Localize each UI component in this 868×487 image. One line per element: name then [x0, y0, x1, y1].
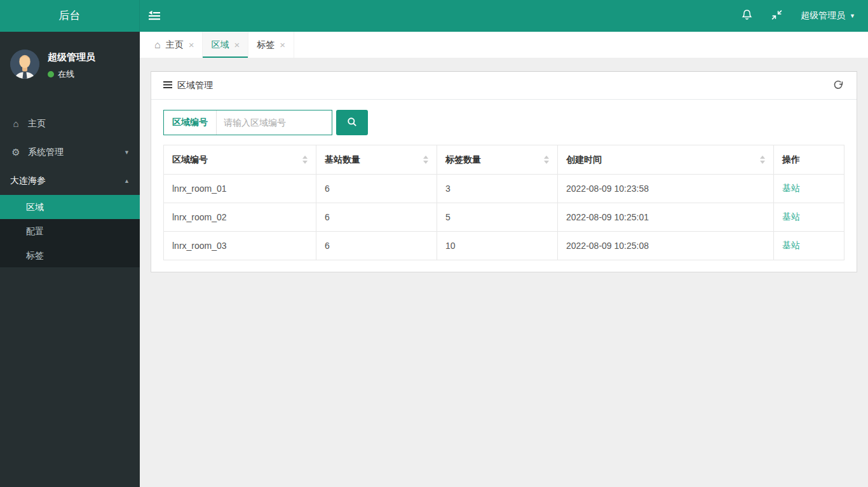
- column-header-base-stations[interactable]: 基站数量: [316, 145, 437, 175]
- panel-header: 区域管理: [151, 72, 857, 100]
- panel-title: 区域管理: [177, 80, 213, 91]
- bell-icon: [741, 9, 753, 23]
- column-header-region-id[interactable]: 区域编号: [164, 145, 316, 175]
- tab-region[interactable]: 区域 ×: [203, 32, 248, 58]
- home-icon: ⌂: [10, 118, 22, 129]
- tab-bar: ⌂ 主页 × 区域 × 标签 ×: [140, 32, 868, 58]
- app-logo: 后台: [0, 0, 140, 32]
- sidebar-item-label: 系统管理: [28, 147, 64, 158]
- close-icon[interactable]: ×: [234, 39, 240, 50]
- base-station-link[interactable]: 基站: [782, 240, 800, 250]
- sidebar-item-config[interactable]: 配置: [0, 219, 140, 243]
- search-field-label: 区域编号: [164, 110, 217, 135]
- close-icon[interactable]: ×: [189, 39, 194, 50]
- search-icon: [347, 117, 357, 129]
- cell-created-at: 2022-08-09 10:25:01: [558, 203, 774, 232]
- sidebar-item-tags[interactable]: 标签: [0, 243, 140, 267]
- user-dropdown-label: 超级管理员: [801, 10, 845, 22]
- region-id-search-input[interactable]: [217, 110, 332, 135]
- sort-icon[interactable]: [302, 156, 308, 164]
- cell-created-at: 2022-08-09 10:25:08: [558, 232, 774, 260]
- main-area: ⌂ 主页 × 区域 × 标签 × 区域管理: [140, 32, 868, 487]
- outdent-menu-icon: [148, 10, 161, 22]
- column-header-created-at[interactable]: 创建时间: [558, 145, 774, 175]
- topbar: 后台: [0, 0, 868, 32]
- sidebar-submenu: 区域 配置 标签: [0, 195, 140, 267]
- tab-label: 主页: [166, 39, 184, 51]
- sidebar-user-panel: 超级管理员 在线: [0, 32, 140, 100]
- sidebar-user-meta: 超级管理员 在线: [48, 50, 95, 100]
- chevron-up-icon: ▲: [124, 178, 130, 184]
- table-row: lnrx_room_03 6 10 2022-08-09 10:25:08 基站: [164, 232, 844, 260]
- caret-down-icon: ▼: [850, 13, 855, 19]
- gear-icon: ⚙: [10, 147, 22, 158]
- chevron-down-icon: ▼: [124, 149, 130, 156]
- sidebar-item-region[interactable]: 区域: [0, 195, 140, 219]
- cell-actions: 基站: [774, 175, 844, 203]
- sidebar-item-home[interactable]: ⌂ 主页: [0, 109, 140, 138]
- table-header-row: 区域编号 基站数量 标签数量: [164, 145, 844, 175]
- cell-base-stations: 6: [316, 232, 437, 260]
- search-row: 区域编号: [163, 110, 844, 135]
- topbar-right: 超级管理员 ▼: [741, 9, 855, 23]
- sidebar-toggle-button[interactable]: [148, 10, 161, 22]
- tab-home[interactable]: ⌂ 主页 ×: [146, 32, 203, 58]
- sidebar-item-system-management[interactable]: ⚙ 系统管理 ▼: [0, 138, 140, 166]
- exit-fullscreen-button[interactable]: [771, 9, 783, 23]
- cell-tag-count: 5: [437, 203, 558, 232]
- cell-actions: 基站: [774, 203, 844, 232]
- base-station-link[interactable]: 基站: [782, 183, 800, 193]
- notifications-button[interactable]: [741, 9, 753, 23]
- tab-tags[interactable]: 标签 ×: [248, 32, 294, 58]
- avatar: [10, 50, 39, 79]
- table-row: lnrx_room_02 6 5 2022-08-09 10:25:01 基站: [164, 203, 844, 232]
- cell-region-id: lnrx_room_03: [164, 232, 316, 260]
- content: 区域管理 区域编号: [140, 58, 868, 286]
- cell-actions: 基站: [774, 232, 844, 260]
- search-group: 区域编号: [163, 110, 332, 135]
- sort-icon[interactable]: [760, 156, 765, 164]
- sidebar-item-dalian-haishen[interactable]: 大连海参 ▲: [0, 166, 140, 195]
- cell-region-id: lnrx_room_02: [164, 203, 316, 232]
- cell-region-id: lnrx_room_01: [164, 175, 316, 203]
- compress-arrows-icon: [771, 9, 783, 23]
- column-header-tag-count[interactable]: 标签数量: [437, 145, 558, 175]
- column-header-actions: 操作: [774, 145, 844, 175]
- tab-label: 区域: [211, 39, 229, 51]
- refresh-button[interactable]: [832, 79, 844, 91]
- home-icon: ⌂: [154, 39, 161, 51]
- table-row: lnrx_room_01 6 3 2022-08-09 10:23:58 基站: [164, 175, 844, 203]
- sort-icon[interactable]: [544, 156, 549, 164]
- cell-base-stations: 6: [316, 203, 437, 232]
- close-icon[interactable]: ×: [280, 39, 285, 50]
- sidebar-user-name: 超级管理员: [48, 51, 95, 63]
- cell-tag-count: 10: [437, 232, 558, 260]
- list-bars-icon: [163, 81, 172, 91]
- cell-tag-count: 3: [437, 175, 558, 203]
- base-station-link[interactable]: 基站: [782, 211, 800, 222]
- region-management-panel: 区域管理 区域编号: [151, 71, 857, 272]
- tab-label: 标签: [257, 39, 275, 51]
- sidebar-item-label: 大连海参: [10, 175, 46, 187]
- search-button[interactable]: [336, 110, 368, 135]
- online-status-dot-icon: [48, 71, 54, 77]
- cell-created-at: 2022-08-09 10:23:58: [558, 175, 774, 203]
- sort-icon[interactable]: [423, 156, 428, 164]
- sidebar-user-status: 在线: [48, 69, 95, 80]
- sidebar-user-status-label: 在线: [58, 69, 74, 80]
- user-dropdown[interactable]: 超级管理员 ▼: [801, 10, 855, 22]
- sidebar-menu: ⌂ 主页 ⚙ 系统管理 ▼ 大连海参 ▲ 区域 配置 标签: [0, 109, 140, 267]
- sidebar: 超级管理员 在线 ⌂ 主页 ⚙ 系统管理 ▼ 大连海参 ▲ 区域 配置 标签: [0, 32, 140, 487]
- sidebar-item-label: 主页: [28, 118, 46, 130]
- cell-base-stations: 6: [316, 175, 437, 203]
- region-table: 区域编号 基站数量 标签数量: [163, 145, 844, 260]
- panel-body: 区域编号: [151, 100, 857, 272]
